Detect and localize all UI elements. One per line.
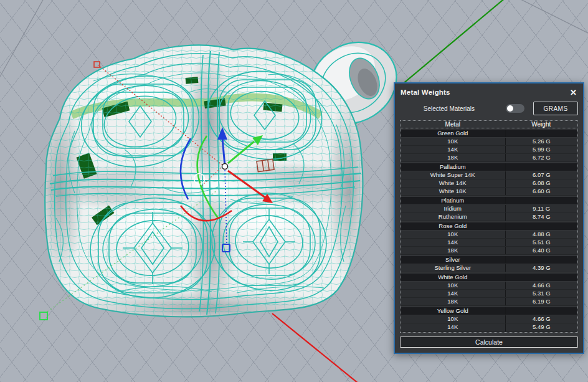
metal-row[interactable]: White 18K6.60 G [401,188,577,196]
selected-control-box[interactable] [257,159,274,171]
units-button[interactable]: GRAMS [533,102,578,115]
metal-group-header[interactable]: Platinum [401,197,577,204]
metal-weights-table: Metal Weight Green Gold10K5.26 G14K5.99 … [400,120,578,333]
metal-row[interactable]: 10K4.66 G [401,315,577,323]
axis-x-line [272,313,361,382]
metal-group-header[interactable]: Rose Gold [401,222,577,230]
close-icon[interactable]: ✕ [569,88,578,97]
metal-weights-panel: Metal Weights ✕ Selected Materials GRAMS… [394,82,584,354]
metal-row[interactable]: 18K6.19 G [401,298,577,306]
table-body: Green Gold10K5.26 G14K5.99 G18K6.72 GPal… [401,128,577,333]
metal-row[interactable]: 14K5.31 G [401,290,577,298]
gizmo-origin[interactable] [222,164,228,170]
metal-group-header[interactable]: Silver [401,256,577,264]
metal-row[interactable]: White 14K6.08 G [401,179,577,188]
table-header: Metal Weight [401,121,577,128]
toggle-knob [507,105,513,112]
metal-group-header[interactable]: Green Gold [401,130,577,137]
red-square-marker[interactable] [94,62,100,67]
selected-materials-label: Selected Materials [424,105,475,112]
selected-materials-toggle[interactable] [506,104,524,113]
metal-row[interactable]: 18K6.72 G [401,154,577,162]
metal-row[interactable]: 10K4.66 G [401,282,577,290]
column-header-weight: Weight [505,121,577,128]
calculate-button[interactable]: Calculate [400,337,578,348]
metal-group-header[interactable]: Palladium [401,163,577,171]
metal-row[interactable]: 14K5.99 G [401,146,577,154]
metal-row[interactable]: Sterling Silver4.39 G [401,264,577,272]
panel-header: Metal Weights ✕ [395,84,583,100]
metal-row[interactable]: White Super 14K6.07 G [401,171,577,179]
metal-row[interactable]: Ruthenium8.74 G [401,213,577,221]
panel-controls: Selected Materials GRAMS [395,100,583,117]
metal-row[interactable]: 10K4.88 G [401,231,577,239]
metal-group-header[interactable]: Yellow Gold [401,307,577,315]
metal-row[interactable]: 10K5.26 G [401,138,577,146]
metal-row[interactable]: 18K6.50 G [401,332,577,333]
green-square-marker[interactable] [40,312,47,320]
panel-title: Metal Weights [401,88,450,96]
metal-row[interactable]: 18K6.40 G [401,247,577,255]
column-header-metal: Metal [401,121,505,128]
metal-row[interactable]: Iridium9.11 G [401,205,577,213]
metal-row[interactable]: 14K5.51 G [401,239,577,247]
metal-row[interactable]: 14K5.49 G [401,323,577,332]
metal-group-header[interactable]: White Gold [401,274,577,281]
